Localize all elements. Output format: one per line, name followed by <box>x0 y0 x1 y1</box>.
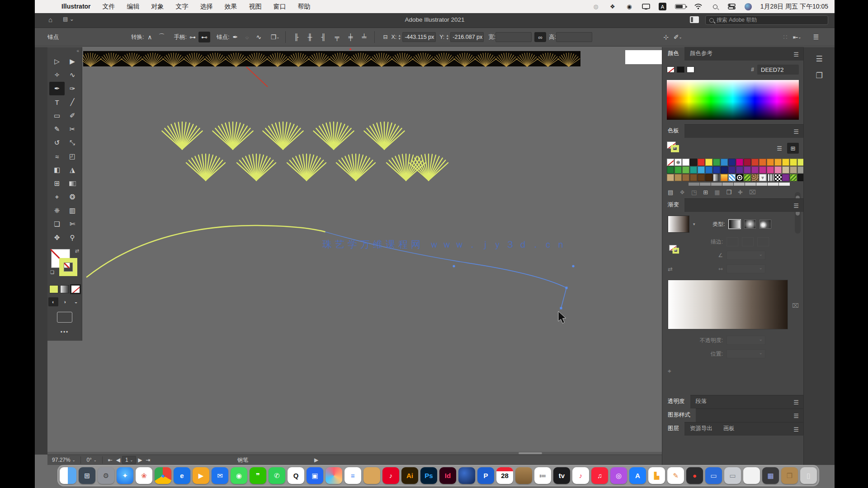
perspective-grid-tool[interactable]: ◮ <box>65 163 80 177</box>
convert-to-smooth-button[interactable]: ⌒ <box>156 32 167 42</box>
swatch-34[interactable] <box>790 166 797 174</box>
transparency-tab-透明度[interactable]: 透明度 <box>662 395 690 408</box>
dock-blue-browser[interactable]: e <box>174 467 190 484</box>
align-button-3[interactable]: ╤ <box>331 32 343 42</box>
swatch-18[interactable] <box>667 166 674 174</box>
gradient-thumb-menu-icon[interactable]: ▾ <box>693 222 695 226</box>
default-fill-stroke-icon[interactable]: ❏ <box>50 270 54 275</box>
reverse-gradient-icon[interactable]: ⇄ <box>668 266 693 272</box>
draw-normal-mode-button[interactable]: ◐ <box>48 297 58 306</box>
menu-item-2[interactable]: 编辑 <box>121 3 146 10</box>
swatch-49[interactable] <box>767 174 774 181</box>
swatch-39[interactable] <box>690 174 697 181</box>
dock-display-app[interactable]: ▭ <box>705 467 722 484</box>
dock-screenshot-app[interactable]: ▦ <box>762 467 779 484</box>
dock-mail[interactable]: ✉ <box>212 467 228 484</box>
spotlight-icon[interactable] <box>711 3 719 10</box>
dock-control-button[interactable]: ⇤⌄ <box>791 32 803 42</box>
gradient-aspect-field[interactable] <box>726 264 765 273</box>
screen-mode-button[interactable] <box>57 312 72 323</box>
control-center-icon[interactable] <box>728 3 736 10</box>
swatch-kind-icon[interactable]: ⊞ <box>703 189 708 196</box>
swatch-52[interactable] <box>790 174 797 181</box>
dock-finder[interactable] <box>60 467 76 484</box>
shape-options-button[interactable]: ✐⌄ <box>672 32 684 42</box>
blend-tool[interactable]: ❂ <box>65 190 80 204</box>
stroke-along-button[interactable] <box>742 237 754 246</box>
artboard-number-dropdown[interactable]: 1⌄ <box>122 456 136 464</box>
dock-calendar[interactable]: 28 <box>496 467 513 484</box>
dock-system-settings[interactable]: ⚙ <box>98 467 114 484</box>
magic-wand-tool[interactable]: ✧ <box>49 68 65 82</box>
none-button[interactable] <box>71 285 80 293</box>
input-source-icon[interactable]: A <box>659 3 666 10</box>
hand-tool[interactable]: ✥ <box>49 231 65 244</box>
black-chip[interactable] <box>677 66 684 73</box>
dock-screen-recorder[interactable]: ● <box>686 467 703 484</box>
type-tool[interactable]: T <box>49 95 65 109</box>
layers-tab-画板[interactable]: 画板 <box>718 422 740 436</box>
menu-item-4[interactable]: 文字 <box>170 3 194 10</box>
pencil-tool[interactable]: ✎ <box>49 122 65 136</box>
color-tab-颜色[interactable]: 颜色 <box>662 47 684 61</box>
libraries-panel-icon[interactable]: ❐ <box>804 71 835 80</box>
paintbrush-tool[interactable]: ✐ <box>65 109 80 122</box>
gradient-angle-field[interactable] <box>726 251 765 260</box>
gradient-tool[interactable] <box>65 177 80 190</box>
graphic-styles-tab-图形样式[interactable]: 图形样式 <box>662 408 696 422</box>
swap-fill-stroke-icon[interactable]: ⇄ <box>75 248 79 254</box>
dock-launchpad[interactable]: ⊞ <box>79 467 95 484</box>
y-stepper[interactable]: ▲▼ <box>446 34 449 40</box>
transform-button[interactable]: ⊹ <box>660 32 672 42</box>
knife-tool[interactable]: ✄ <box>65 217 80 231</box>
scale-tool[interactable]: ⤡ <box>65 136 80 150</box>
dock-photoshop[interactable]: Ps <box>420 467 437 484</box>
new-color-group-icon[interactable]: ▦ <box>714 189 720 196</box>
show-handles-button[interactable]: ⊶ <box>187 32 198 42</box>
first-artboard-button[interactable]: ⇤ <box>106 457 114 463</box>
transparency-tab-段落[interactable]: 段落 <box>690 395 712 408</box>
panel-toggle-icon[interactable] <box>690 16 699 23</box>
dock-photos[interactable]: ❀ <box>136 467 152 484</box>
swatch-libraries-icon[interactable]: ▤ <box>668 189 673 196</box>
rotate-tool[interactable]: ↺ <box>49 136 65 150</box>
layers-tab-图层[interactable]: 图层 <box>662 422 684 436</box>
swatch-19[interactable] <box>675 166 682 174</box>
swatch-51[interactable] <box>782 174 789 181</box>
dock-music[interactable]: ♪ <box>572 467 589 484</box>
list-view-button[interactable]: ☰ <box>774 143 785 154</box>
help-search-field[interactable]: 搜索 Adobe 帮助 <box>705 15 828 25</box>
color-tab-颜色参考[interactable]: 颜色参考 <box>684 47 718 61</box>
swatch-12[interactable] <box>759 159 766 166</box>
swatch-31[interactable] <box>767 166 774 174</box>
swatch-9[interactable] <box>736 159 743 166</box>
dock-wooden-folder[interactable]: ❒ <box>781 467 798 484</box>
transparency-menu-icon[interactable]: ☰ <box>793 399 799 406</box>
status-arrow-icon[interactable]: ▶ <box>314 457 318 463</box>
gradient-fill-stroke-indicator[interactable] <box>669 245 681 256</box>
rectangle-tool[interactable]: ▭ <box>49 109 65 122</box>
swatch-6[interactable] <box>713 159 720 166</box>
gradient-opacity-field[interactable] <box>726 336 765 345</box>
dock-p-app[interactable]: P <box>477 467 494 484</box>
fill-stroke-indicator[interactable] <box>667 141 682 155</box>
wifi-icon[interactable] <box>694 3 703 10</box>
edit-toolbar-button[interactable]: ••• <box>47 329 82 335</box>
scissors-tool[interactable]: ✂ <box>65 122 80 136</box>
dock-qq[interactable]: Q <box>288 467 304 484</box>
constrain-proportions-button[interactable]: ∞ <box>534 32 546 42</box>
properties-panel-icon[interactable]: ☰ <box>804 54 835 64</box>
selection-tool[interactable]: ▶ <box>65 55 80 68</box>
app-disabled-icon[interactable]: ◍ <box>592 3 600 10</box>
dock-phone-app[interactable]: ✆ <box>269 467 285 484</box>
swatch-13[interactable] <box>767 159 774 166</box>
zoom-level-dropdown[interactable]: 97.27%⌄ <box>50 457 77 463</box>
dock-gradient-app[interactable] <box>326 467 342 484</box>
swatch-28[interactable] <box>744 166 751 174</box>
grid-view-button[interactable]: ⊞ <box>787 143 799 154</box>
menu-item-3[interactable]: 对象 <box>146 3 170 10</box>
menu-item-8[interactable]: 窗口 <box>268 3 292 10</box>
dock-illustrator[interactable]: Ai <box>401 467 418 484</box>
display-icon[interactable] <box>642 3 650 10</box>
hex-value-field[interactable]: DEED72 <box>757 65 799 75</box>
